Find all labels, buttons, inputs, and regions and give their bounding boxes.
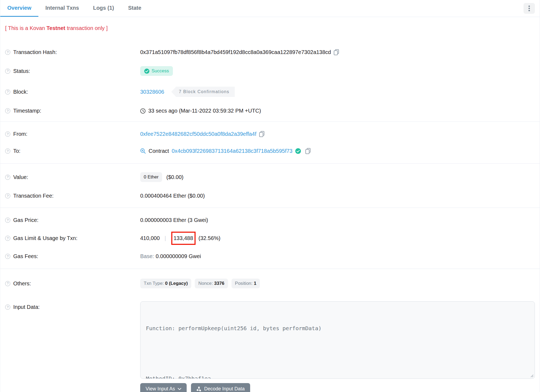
transaction-fee-label-wrap: ? Transaction Fee: <box>5 193 140 199</box>
input-function-line: Function: performUpkeep(uint256 id, byte… <box>146 324 529 333</box>
copy-icon <box>305 148 311 154</box>
gas-fees-label-wrap: ? Gas Fees: <box>5 253 140 259</box>
input-blank-line <box>146 349 529 358</box>
transaction-hash-value: 0x371a51097fb78df856f8b4a7bd459f192d8cc8… <box>140 49 331 55</box>
decode-share-icon <box>196 386 202 391</box>
help-icon[interactable]: ? <box>5 281 10 286</box>
tab-logs[interactable]: Logs (1) <box>86 0 121 17</box>
row-transaction-fee: ? Transaction Fee: 0.000400464 Ether ($0… <box>0 187 540 204</box>
tab-logs-label: Logs (1) <box>93 5 114 11</box>
help-icon[interactable]: ? <box>5 254 10 259</box>
position-badge-value: 1 <box>254 281 256 286</box>
txn-type-badge: Txn Type: 0 (Legacy) <box>140 279 191 288</box>
zoom-search-icon[interactable] <box>140 148 146 154</box>
gas-fees-base-value: 0.000000009 Gwei <box>156 253 201 259</box>
help-icon[interactable]: ? <box>5 218 10 223</box>
input-data-label: Input Data: <box>13 304 40 310</box>
tab-internal-txns[interactable]: Internal Txns <box>38 0 86 17</box>
row-block: ? Block: 30328606 7 Block Confirmations <box>0 81 540 102</box>
others-label-wrap: ? Others: <box>5 281 140 287</box>
tab-overview-label: Overview <box>7 5 31 11</box>
row-gas-price: ? Gas Price: 0.000000003 Ether (3 Gwei) <box>0 212 540 229</box>
row-input-data: ? Input Data: Function: performUpkeep(ui… <box>0 294 540 392</box>
status-label-wrap: ? Status: <box>5 68 140 74</box>
tab-overview[interactable]: Overview <box>0 0 38 17</box>
row-transaction-hash: ? Transaction Hash: 0x371a51097fb78df856… <box>0 44 540 61</box>
view-input-as-label: View Input As <box>146 386 175 392</box>
position-badge-label: Position: <box>235 281 254 286</box>
row-status: ? Status: Success <box>0 61 540 81</box>
block-label: Block: <box>13 89 28 95</box>
testnet-warning-prefix: [ This is a Kovan <box>5 25 46 31</box>
to-address-link[interactable]: 0x4cb093f226983713164a62138c3f718a5b595f… <box>172 148 293 154</box>
help-icon[interactable]: ? <box>5 148 10 154</box>
group-hash-status-block-time: ? Transaction Hash: 0x371a51097fb78df856… <box>0 42 540 122</box>
transaction-hash-label-wrap: ? Transaction Hash: <box>5 49 140 55</box>
gas-price-label-wrap: ? Gas Price: <box>5 217 140 223</box>
copy-txhash-button[interactable] <box>334 49 339 55</box>
view-input-as-button[interactable]: View Input As <box>140 383 187 392</box>
block-confirmations-badge: 7 Block Confirmations <box>171 87 235 97</box>
help-icon[interactable]: ? <box>5 131 10 137</box>
status-label: Status: <box>13 68 30 74</box>
block-number-link[interactable]: 30328606 <box>140 89 164 95</box>
testnet-warning: [ This is a Kovan Testnet transaction on… <box>0 17 540 42</box>
help-icon[interactable]: ? <box>5 193 10 198</box>
clock-icon <box>140 108 146 114</box>
transaction-fee-label: Transaction Fee: <box>13 193 53 199</box>
tab-state[interactable]: State <box>121 0 148 17</box>
resize-handle-icon[interactable] <box>529 373 534 377</box>
more-options-button[interactable] <box>524 3 535 14</box>
gas-fees-label: Gas Fees: <box>13 253 38 259</box>
help-icon[interactable]: ? <box>5 305 10 310</box>
gas-fees-base-label: Base: <box>140 253 154 259</box>
help-icon[interactable]: ? <box>5 236 10 241</box>
help-icon[interactable]: ? <box>5 89 10 94</box>
tab-internal-txns-label: Internal Txns <box>45 5 79 11</box>
input-data-label-wrap: ? Input Data: <box>5 304 140 310</box>
nonce-badge-label: Nonce: <box>198 281 214 286</box>
chevron-down-icon <box>178 388 181 390</box>
annotation-red-box: 133,488 <box>171 232 196 245</box>
from-address-link[interactable]: 0xfee7522e8482682cf50ddc50a0f8da2a39effa… <box>140 131 256 137</box>
value-usd: ($0.00) <box>166 174 183 180</box>
help-icon[interactable]: ? <box>5 108 10 113</box>
gas-price-label: Gas Price: <box>13 217 38 223</box>
row-timestamp: ? Timestamp: 33 secs ago (Mar-11-2022 03… <box>0 102 540 119</box>
input-methodid-line: MethodID: 0x7bbaf1ea <box>146 374 529 379</box>
tabbar-spacer <box>148 0 524 17</box>
gas-used-value: 133,488 <box>174 235 193 241</box>
nonce-badge: Nonce: 3376 <box>195 279 228 288</box>
copy-to-address-button[interactable] <box>305 148 311 154</box>
timestamp-label-wrap: ? Timestamp: <box>5 108 140 114</box>
gas-price-value: 0.000000003 Ether (3 Gwei) <box>140 217 208 223</box>
decode-input-data-label: Decode Input Data <box>204 386 245 392</box>
value-label: Value: <box>13 174 28 180</box>
kebab-menu-icon <box>528 5 530 12</box>
copy-from-address-button[interactable] <box>259 131 265 137</box>
txn-type-badge-value: 0 (Legacy) <box>165 281 188 286</box>
tab-state-label: State <box>128 5 141 11</box>
help-icon[interactable]: ? <box>5 69 10 74</box>
row-from: ? From: 0xfee7522e8482682cf50ddc50a0f8da… <box>0 126 540 143</box>
help-icon[interactable]: ? <box>5 50 10 55</box>
group-from-to: ? From: 0xfee7522e8482682cf50ddc50a0f8da… <box>0 122 540 164</box>
status-badge: Success <box>140 66 173 76</box>
row-others: ? Others: Txn Type: 0 (Legacy) Nonce: 33… <box>0 273 540 294</box>
value-label-wrap: ? Value: <box>5 174 140 180</box>
value-ether-badge: 0 Ether <box>140 172 162 182</box>
testnet-warning-bold: Testnet <box>46 25 65 31</box>
timestamp-label: Timestamp: <box>13 108 41 114</box>
row-value: ? Value: 0 Ether ($0.00) <box>0 167 540 187</box>
from-label-wrap: ? From: <box>5 131 140 137</box>
decode-input-data-button[interactable]: Decode Input Data <box>191 383 250 392</box>
timestamp-value: 33 secs ago (Mar-11-2022 03:59:32 PM +UT… <box>148 108 261 114</box>
input-data-box[interactable]: Function: performUpkeep(uint256 id, byte… <box>140 301 535 379</box>
testnet-warning-suffix: transaction only ] <box>65 25 108 31</box>
row-gas-fees: ? Gas Fees: Base: 0.000000009 Gwei <box>0 248 540 265</box>
copy-icon <box>334 49 339 55</box>
help-icon[interactable]: ? <box>5 175 10 180</box>
gas-used-percent: (32.56%) <box>199 235 220 241</box>
transaction-hash-label: Transaction Hash: <box>13 49 57 55</box>
verified-check-icon <box>295 148 301 154</box>
